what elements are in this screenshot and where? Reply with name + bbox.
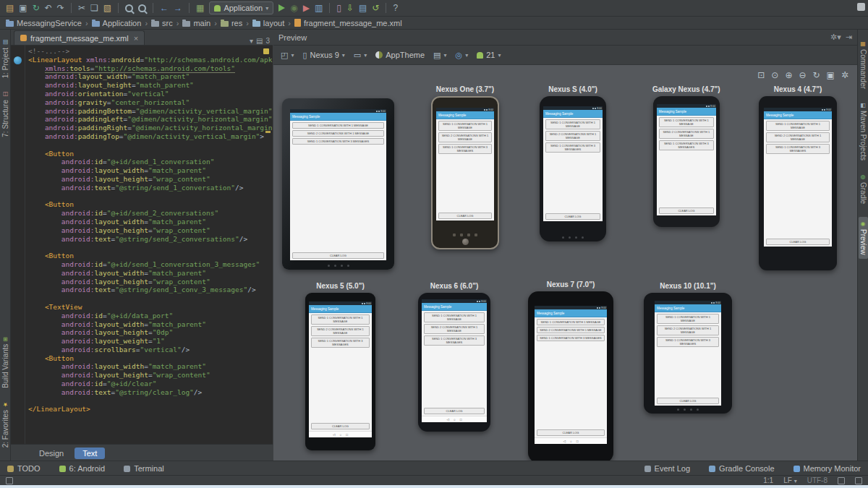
zoom-actual-icon[interactable]: ⊙ bbox=[771, 70, 778, 80]
device-frame[interactable]: 8:00 Messaging Sample SEND 1 CONVERSATIO… bbox=[759, 96, 837, 270]
code-editor[interactable]: <!--...--><LinearLayout xmlns:android="h… bbox=[11, 45, 273, 445]
breadcrumb-item[interactable]: fragment_message_me.xml bbox=[294, 19, 402, 27]
save-icon[interactable]: ▣ bbox=[19, 4, 27, 12]
tab-design[interactable]: Design bbox=[31, 448, 72, 459]
sdk-manager-icon[interactable]: ⇩ bbox=[346, 4, 354, 12]
clear-log-button[interactable]: CLEAR LOG bbox=[424, 408, 485, 414]
debug-icon[interactable]: ◉ bbox=[290, 4, 297, 12]
app-button[interactable]: SEND 2 CONVERSATIONS WITH 1 MESSAGE bbox=[292, 130, 384, 137]
app-button[interactable]: SEND 2 CONVERSATIONS WITH 1 MESSAGE bbox=[438, 132, 492, 142]
tool-strip-item-commander[interactable]: ▦Commander bbox=[859, 40, 867, 89]
app-button[interactable]: SEND 2 CONVERSATIONS WITH 1 MESSAGE bbox=[311, 326, 370, 336]
line-ending[interactable]: LF ▾ bbox=[783, 476, 796, 484]
monitor-icon[interactable] bbox=[855, 477, 862, 484]
breadcrumb-item[interactable]: layout bbox=[252, 19, 284, 27]
app-button[interactable]: SEND 2 CONVERSATIONS WITH 1 MESSAGE bbox=[659, 129, 714, 139]
device-frame[interactable]: 8:00 Messaging Sample SEND 1 CONVERSATIO… bbox=[653, 96, 720, 227]
app-button[interactable]: SEND 1 CONVERSATION WITH 3 MESSAGES bbox=[311, 338, 370, 348]
device-frame[interactable]: 8:00 Messaging Sample SEND 1 CONVERSATIO… bbox=[305, 293, 375, 450]
run-icon[interactable] bbox=[278, 4, 285, 12]
toolwindow-terminal[interactable]: Terminal bbox=[124, 464, 164, 473]
app-button[interactable]: SEND 1 CONVERSATION WITH 3 MESSAGES bbox=[545, 142, 600, 153]
app-button[interactable]: SEND 1 CONVERSATION WITH 1 MESSAGE bbox=[311, 314, 370, 325]
toolwindow-todo[interactable]: TODO bbox=[7, 464, 41, 473]
device-frame[interactable]: 8:00 Messaging Sample SEND 1 CONVERSATIO… bbox=[540, 96, 606, 241]
zoom-in-icon[interactable]: ⊕ bbox=[785, 70, 792, 80]
replace-icon[interactable] bbox=[138, 4, 146, 12]
tab-text[interactable]: Text bbox=[75, 448, 105, 459]
theme-select[interactable]: AppTheme bbox=[375, 51, 425, 59]
close-tab-icon[interactable]: × bbox=[134, 34, 138, 43]
app-button[interactable]: SEND 1 CONVERSATION WITH 3 MESSAGES bbox=[424, 335, 485, 346]
app-button[interactable]: SEND 1 CONVERSATION WITH 3 MESSAGES bbox=[659, 140, 714, 150]
app-button[interactable]: SEND 2 CONVERSATIONS WITH 1 MESSAGE bbox=[424, 324, 485, 334]
forward-icon[interactable]: → bbox=[174, 4, 182, 12]
toolwindow-memory-monitor[interactable]: Memory Monitor bbox=[793, 464, 861, 473]
run-config-select[interactable]: Application▾ bbox=[209, 1, 273, 14]
toolwindow-android[interactable]: 6: Android bbox=[59, 464, 106, 473]
app-button[interactable]: SEND 1 CONVERSATION WITH 3 MESSAGES bbox=[438, 144, 492, 154]
breadcrumb-item[interactable]: MessagingService bbox=[6, 19, 82, 27]
refresh-icon[interactable]: ↻ bbox=[813, 70, 820, 80]
run-config-icon[interactable]: ▦ bbox=[196, 4, 204, 12]
lock-icon[interactable] bbox=[838, 477, 845, 484]
device-frame[interactable]: 8:00 Messaging Sample SEND 1 CONVERSATIO… bbox=[528, 291, 613, 461]
undo-icon[interactable]: ↶ bbox=[45, 4, 52, 12]
screenshot-icon[interactable]: ▣ bbox=[827, 70, 835, 80]
sync-icon[interactable]: ↻ bbox=[33, 4, 40, 12]
app-button[interactable]: SEND 1 CONVERSATION WITH 1 MESSAGE bbox=[659, 117, 714, 127]
app-button[interactable]: SEND 1 CONVERSATION WITH 1 MESSAGE bbox=[438, 121, 492, 131]
app-button[interactable]: SEND 1 CONVERSATION WITH 1 MESSAGE bbox=[657, 314, 719, 324]
clear-log-button[interactable]: CLEAR LOG bbox=[657, 398, 719, 404]
app-button[interactable]: SEND 2 CONVERSATIONS WITH 1 MESSAGE bbox=[657, 325, 719, 335]
help-icon[interactable]: ? bbox=[393, 4, 398, 12]
preview-settings-icon[interactable]: ✲ bbox=[841, 70, 848, 80]
breadcrumb-item[interactable]: Application bbox=[92, 19, 142, 27]
tool-strip-item-7-structure[interactable]: 7: Structure◫ bbox=[1, 91, 9, 137]
avd-manager-icon[interactable]: ▯ bbox=[336, 4, 341, 12]
zoom-out-icon[interactable]: ⊖ bbox=[799, 70, 806, 80]
caret-position[interactable]: 1:1 bbox=[763, 476, 773, 484]
clear-log-button[interactable]: CLEAR LOG bbox=[659, 207, 714, 214]
app-button[interactable]: SEND 1 CONVERSATION WITH 1 MESSAGE bbox=[292, 122, 384, 129]
device-monitor-icon[interactable]: ▤ bbox=[359, 4, 367, 12]
device-frame[interactable]: 8:00 Messaging Sample SEND 1 CONVERSATIO… bbox=[282, 98, 394, 270]
breadcrumb-item[interactable]: main bbox=[182, 19, 210, 27]
tool-strip-item-2-favorites[interactable]: 2: Favorites★ bbox=[1, 401, 9, 448]
api-select[interactable]: 21▾ bbox=[477, 51, 501, 59]
app-button[interactable]: SEND 1 CONVERSATION WITH 1 MESSAGE bbox=[766, 121, 830, 131]
copy-icon[interactable]: ❏ bbox=[90, 4, 98, 12]
app-button[interactable]: SEND 1 CONVERSATION WITH 3 MESSAGES bbox=[537, 335, 605, 341]
paste-icon[interactable]: ▧ bbox=[103, 4, 111, 12]
app-button[interactable]: SEND 1 CONVERSATION WITH 3 MESSAGES bbox=[766, 144, 830, 154]
clear-log-button[interactable]: CLEAR LOG bbox=[537, 429, 605, 436]
locale-select[interactable]: ◎▾ bbox=[456, 51, 469, 60]
clear-log-button[interactable]: CLEAR LOG bbox=[438, 213, 492, 219]
app-button[interactable]: SEND 2 CONVERSATIONS WITH 1 MESSAGE bbox=[545, 131, 600, 141]
back-icon[interactable]: ← bbox=[160, 4, 169, 12]
window-icon[interactable] bbox=[857, 3, 865, 11]
tool-strip-item-gradle[interactable]: ◍Gradle bbox=[859, 174, 867, 204]
editor-tab[interactable]: fragment_message_me.xml × bbox=[14, 30, 145, 45]
cut-icon[interactable]: ✂ bbox=[78, 4, 85, 12]
clear-log-button[interactable]: CLEAR LOG bbox=[545, 213, 600, 220]
breadcrumb-item[interactable]: res bbox=[221, 19, 242, 27]
zoom-fit-icon[interactable]: ⊡ bbox=[757, 70, 765, 80]
encoding[interactable]: UTF-8 bbox=[807, 476, 827, 484]
tab-list-dropdown-icon[interactable]: ▾ bbox=[250, 37, 253, 45]
clear-log-button[interactable]: CLEAR LOG bbox=[766, 239, 830, 245]
tool-strip-item-build-variants[interactable]: Build Variants⊞ bbox=[1, 337, 9, 388]
open-icon[interactable]: ▤ bbox=[6, 4, 14, 12]
app-button[interactable]: SEND 1 CONVERSATION WITH 1 MESSAGE bbox=[545, 119, 600, 129]
split-view-icon[interactable]: ▤ bbox=[256, 37, 263, 45]
coverage-icon[interactable]: ▶ bbox=[303, 4, 310, 12]
app-button[interactable]: SEND 2 CONVERSATIONS WITH 1 MESSAGE bbox=[766, 132, 830, 142]
clear-log-button[interactable]: CLEAR LOG bbox=[292, 252, 384, 259]
hide-panel-icon[interactable]: ⇥ bbox=[846, 33, 852, 42]
app-button[interactable]: SEND 1 CONVERSATION WITH 1 MESSAGE bbox=[424, 312, 485, 322]
warning-marker[interactable] bbox=[265, 131, 271, 133]
find-icon[interactable] bbox=[125, 4, 133, 12]
tool-strip-item-1-project[interactable]: 1: Project▤ bbox=[1, 39, 9, 78]
toolwindow-gradle-console[interactable]: Gradle Console bbox=[709, 464, 774, 473]
clear-log-button[interactable]: CLEAR LOG bbox=[311, 423, 370, 429]
